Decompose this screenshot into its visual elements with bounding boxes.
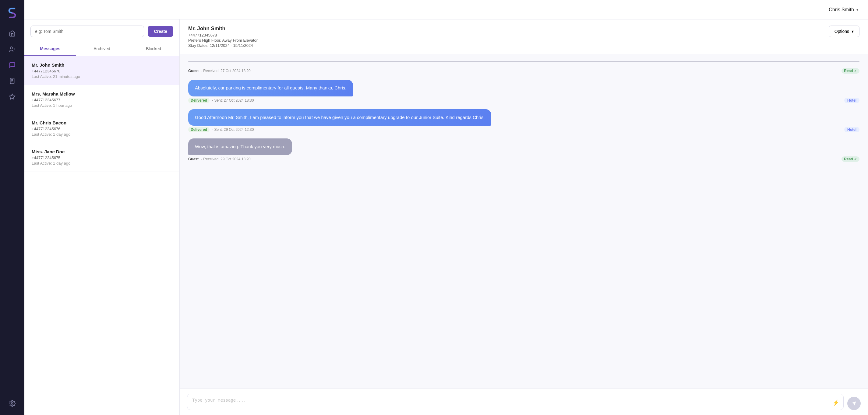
top-header: Chris Smith ▾ [24, 0, 868, 20]
message-meta: Delivered - Sent: 27 Oct 2024 18:30 Hote… [188, 98, 860, 103]
contact-item[interactable]: Mr. John Smith +447712345678 Last Active… [24, 56, 179, 85]
message-timestamp: - Received: 29 Oct 2024 13:20 [201, 157, 251, 161]
chevron-down-icon: ▾ [851, 29, 854, 34]
message-meta: Guest - Received: 29 Oct 2024 13:20 Read… [188, 157, 860, 162]
user-name: Chris Smith [829, 7, 854, 12]
message-input[interactable] [192, 397, 829, 405]
tabs-row: Messages Archived Blocked [24, 42, 179, 56]
nav-sidebar [0, 0, 24, 415]
source-badge: Hotel [844, 127, 860, 132]
contact-last-active: Last Active: 1 day ago [32, 132, 172, 137]
contact-phone: +447712345675 [32, 155, 172, 160]
messages-area: Guest - Received: 27 Oct 2024 18:20 Read… [180, 54, 868, 388]
contact-name: Miss. Jane Doe [32, 149, 172, 154]
contact-phone: +447712345676 [32, 127, 172, 131]
contact-phone: +447712345677 [32, 98, 172, 102]
message-wrapper: Absolutely, car parking is complimentary… [188, 80, 860, 103]
contact-item[interactable]: Mrs. Marsha Mellow +447712345677 Last Ac… [24, 85, 179, 114]
message-timestamp: - Received: 27 Oct 2024 18:20 [201, 69, 251, 73]
chat-header: Mr. John Smith +447712345678 Prefers Hig… [180, 20, 868, 54]
message-bubble-hotel: Absolutely, car parking is complimentary… [188, 80, 353, 97]
contact-item[interactable]: Miss. Jane Doe +447712345675 Last Active… [24, 143, 179, 172]
status-badge: Delivered [188, 98, 210, 103]
guests-nav-item[interactable] [5, 43, 19, 56]
options-button[interactable]: Options ▾ [829, 26, 860, 37]
ai-nav-item[interactable] [5, 90, 19, 103]
message-timestamp: - Sent: 29 Oct 2024 12:30 [212, 128, 254, 132]
chat-panel: Mr. John Smith +447712345678 Prefers Hig… [180, 20, 868, 415]
contact-name: Mr. John Smith [32, 62, 172, 68]
options-label: Options [835, 29, 849, 34]
create-button[interactable]: Create [148, 26, 173, 37]
message-wrapper: Good Afternoon Mr. Smith. I am pleased t… [188, 109, 860, 133]
message-divider [188, 62, 860, 62]
svg-point-6 [11, 403, 13, 404]
messages-nav-item[interactable] [5, 59, 19, 72]
source-badge: Hotel [844, 98, 860, 103]
send-button[interactable] [847, 397, 861, 410]
lightning-icon[interactable]: ⚡ [832, 400, 839, 406]
message-wrapper: Guest - Received: 27 Oct 2024 18:20 Read… [188, 68, 860, 74]
message-wrapper: Wow, that is amazing. Thank you very muc… [188, 138, 860, 162]
chat-guest-info: Mr. John Smith +447712345678 Prefers Hig… [188, 26, 258, 48]
chat-guest-dates: Stay Dates: 12/11/2024 - 15/11/2024 [188, 43, 258, 48]
settings-nav-item[interactable] [5, 397, 19, 410]
contacts-list: Mr. John Smith +447712345678 Last Active… [24, 56, 179, 415]
content-area: Create Messages Archived Blocked Mr. Joh… [24, 20, 868, 415]
contact-last-active: Last Active: 1 day ago [32, 161, 172, 166]
contacts-panel: Create Messages Archived Blocked Mr. Joh… [24, 20, 180, 415]
status-badge: Delivered [188, 127, 210, 132]
chat-input-area: ⚡ [180, 388, 868, 415]
tab-blocked[interactable]: Blocked [128, 42, 179, 56]
divider-line [188, 62, 860, 62]
message-bubble-guest: Wow, that is amazing. Thank you very muc… [188, 138, 292, 155]
app-logo [5, 5, 20, 20]
chat-guest-name: Mr. John Smith [188, 26, 258, 32]
search-input[interactable] [30, 26, 144, 37]
chat-guest-phone: +447712345678 [188, 33, 258, 37]
contact-last-active: Last Active: 1 hour ago [32, 103, 172, 108]
svg-marker-5 [9, 94, 15, 99]
chat-guest-preference: Prefers High Floor, Away From Elevator. [188, 38, 258, 43]
documents-nav-item[interactable] [5, 74, 19, 88]
tab-messages[interactable]: Messages [24, 42, 76, 56]
sender-tag: Guest [188, 157, 198, 161]
contact-name: Mr. Chris Bacon [32, 120, 172, 125]
contact-item[interactable]: Mr. Chris Bacon +447712345676 Last Activ… [24, 114, 179, 143]
contact-phone: +447712345678 [32, 69, 172, 73]
message-bubble-hotel: Good Afternoon Mr. Smith. I am pleased t… [188, 109, 491, 126]
message-timestamp: - Sent: 27 Oct 2024 18:30 [212, 98, 254, 103]
contact-last-active: Last Active: 21 minutes ago [32, 74, 172, 79]
tab-archived[interactable]: Archived [76, 42, 128, 56]
message-meta: Guest - Received: 27 Oct 2024 18:20 Read… [188, 68, 860, 74]
status-badge: Read ✓ [841, 68, 860, 74]
home-nav-item[interactable] [5, 27, 19, 40]
chat-input-wrapper: ⚡ [187, 394, 844, 410]
main-area: Chris Smith ▾ Create Messages Archived B… [24, 0, 868, 415]
chevron-down-icon: ▾ [857, 8, 858, 12]
search-area: Create [24, 20, 179, 42]
contact-name: Mrs. Marsha Mellow [32, 91, 172, 97]
sender-tag: Guest [188, 69, 198, 73]
svg-point-0 [10, 47, 12, 49]
status-badge: Read ✓ [841, 157, 860, 162]
user-menu[interactable]: Chris Smith ▾ [829, 7, 858, 12]
message-meta: Delivered - Sent: 29 Oct 2024 12:30 Hote… [188, 127, 860, 132]
